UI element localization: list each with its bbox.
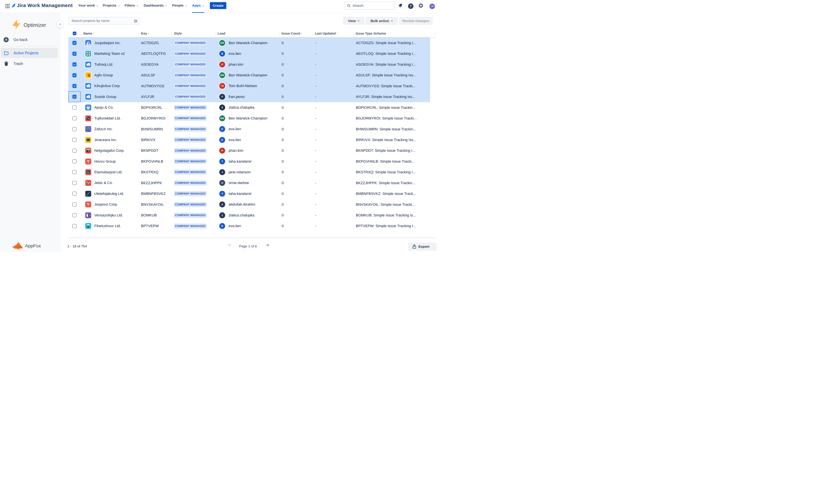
- svg-text:?: ?: [410, 5, 412, 8]
